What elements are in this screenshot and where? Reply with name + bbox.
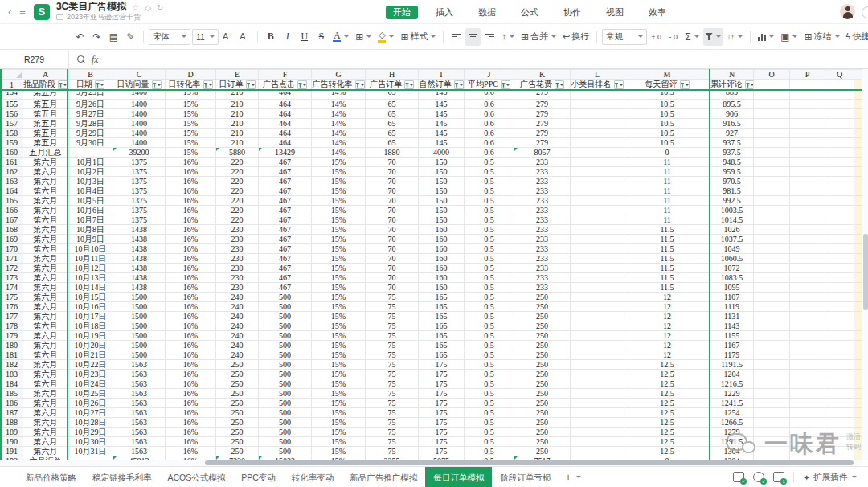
cell[interactable] <box>854 388 862 398</box>
cell[interactable] <box>790 137 825 147</box>
cell[interactable]: 250 <box>216 379 259 388</box>
cell[interactable]: 12.5 <box>624 446 710 456</box>
fx-icon[interactable]: fx <box>92 55 98 64</box>
cell[interactable]: 1500 <box>113 350 166 359</box>
cell[interactable]: 165 <box>419 292 465 301</box>
column-filter-button[interactable] <box>454 80 464 89</box>
cell[interactable]: 70 <box>366 215 419 224</box>
cell[interactable] <box>790 195 825 205</box>
cell[interactable]: 75 <box>366 446 419 456</box>
column-filter-button[interactable] <box>246 80 256 89</box>
cell[interactable]: 70 <box>366 176 419 186</box>
cell[interactable]: 230 <box>216 224 259 234</box>
cell[interactable]: 10.5 <box>624 137 710 147</box>
cell[interactable]: 250 <box>514 417 571 427</box>
cell[interactable]: 4000 <box>419 147 465 157</box>
cell[interactable]: 11 <box>624 157 710 166</box>
italic-button[interactable]: I <box>280 28 295 46</box>
cell[interactable] <box>790 128 825 137</box>
column-letter-G[interactable]: G <box>312 70 366 80</box>
cell[interactable]: 250 <box>514 379 571 388</box>
column-letter-F[interactable]: F <box>259 70 312 80</box>
cell[interactable] <box>854 166 862 176</box>
cell[interactable]: 250 <box>514 301 571 311</box>
cell[interactable]: 279 <box>514 90 571 100</box>
tag-icon[interactable]: ◇ <box>145 3 151 12</box>
row-number[interactable]: 171 <box>1 253 23 263</box>
cell[interactable]: 467 <box>259 186 312 195</box>
row-number[interactable]: 157 <box>1 118 23 128</box>
cell[interactable] <box>754 369 790 379</box>
cell[interactable]: 75 <box>366 427 419 436</box>
cell[interactable]: 467 <box>259 263 312 272</box>
cell[interactable]: 250 <box>216 359 259 369</box>
cell[interactable]: 75 <box>366 321 419 330</box>
cell[interactable] <box>754 436 790 446</box>
cell[interactable] <box>825 224 854 234</box>
cell[interactable]: 233 <box>514 234 571 244</box>
wrap-text-button[interactable]: ↩换行 <box>560 28 592 46</box>
cell[interactable]: 175 <box>419 398 465 407</box>
cell[interactable]: 250 <box>216 427 259 436</box>
cell[interactable]: 464 <box>259 137 312 147</box>
cell[interactable]: 70 <box>366 224 419 234</box>
cell[interactable]: 220 <box>216 215 259 224</box>
cell[interactable]: 464 <box>259 99 312 108</box>
cell[interactable]: 927 <box>710 128 754 137</box>
cell[interactable] <box>790 417 825 427</box>
cell[interactable]: 10月24日 <box>68 379 113 388</box>
cell[interactable]: 12.5 <box>624 379 710 388</box>
cell[interactable] <box>854 108 862 118</box>
cell[interactable] <box>854 436 862 446</box>
cell[interactable] <box>571 205 624 215</box>
column-filter-button[interactable] <box>555 80 564 89</box>
cell[interactable] <box>790 436 825 446</box>
cell[interactable] <box>571 427 624 436</box>
freeze-panes-button[interactable]: ⊞冻结 <box>801 28 841 46</box>
cell[interactable]: 250 <box>514 330 571 340</box>
cell[interactable]: 15% <box>312 292 366 301</box>
cell[interactable]: 145 <box>419 90 465 100</box>
cell[interactable] <box>754 350 790 359</box>
cell[interactable]: 15% <box>166 90 216 100</box>
cell[interactable] <box>790 176 825 186</box>
cell[interactable]: 1880 <box>366 147 419 157</box>
cell[interactable] <box>754 244 790 253</box>
cell[interactable]: 1375 <box>113 215 166 224</box>
cell[interactable]: 500 <box>259 311 312 321</box>
cell[interactable] <box>571 321 624 330</box>
cell[interactable]: 75 <box>366 369 419 379</box>
cell[interactable]: 10月3日 <box>68 176 113 186</box>
header-cell[interactable]: 广告订单 <box>366 80 419 90</box>
cell[interactable]: 467 <box>259 215 312 224</box>
insert-image-button[interactable]: ▣ <box>778 28 800 46</box>
cell[interactable]: 0.5 <box>465 311 514 321</box>
cell[interactable]: 11.5 <box>624 263 710 272</box>
cell[interactable]: 992.5 <box>710 195 754 205</box>
cell[interactable]: 279 <box>514 118 571 128</box>
cell[interactable]: 第六月 <box>23 263 68 272</box>
cell[interactable]: 250 <box>514 388 571 398</box>
cell[interactable]: 16% <box>166 186 216 195</box>
cell[interactable] <box>571 166 624 176</box>
cell[interactable] <box>854 205 862 215</box>
cell[interactable]: 12 <box>624 321 710 330</box>
cell[interactable]: 第六月 <box>23 292 68 301</box>
cell[interactable]: 15% <box>166 108 216 118</box>
cell[interactable]: 464 <box>259 118 312 128</box>
cell[interactable]: 1400 <box>113 118 166 128</box>
cell[interactable]: 10月20日 <box>68 340 113 350</box>
cell[interactable] <box>571 90 624 100</box>
row-number[interactable]: 180 <box>1 340 23 350</box>
cell[interactable]: 250 <box>216 417 259 427</box>
cell[interactable]: 0.5 <box>465 166 514 176</box>
cell[interactable]: 233 <box>514 157 571 166</box>
cell[interactable] <box>571 272 624 282</box>
cell[interactable]: 0.5 <box>465 446 514 456</box>
cell[interactable]: 220 <box>216 157 259 166</box>
cell-reference-box[interactable]: R279 <box>0 50 69 68</box>
cell[interactable]: 250 <box>514 369 571 379</box>
cell[interactable]: 467 <box>259 176 312 186</box>
cell[interactable] <box>68 147 113 157</box>
cell[interactable]: 12.5 <box>624 359 710 369</box>
